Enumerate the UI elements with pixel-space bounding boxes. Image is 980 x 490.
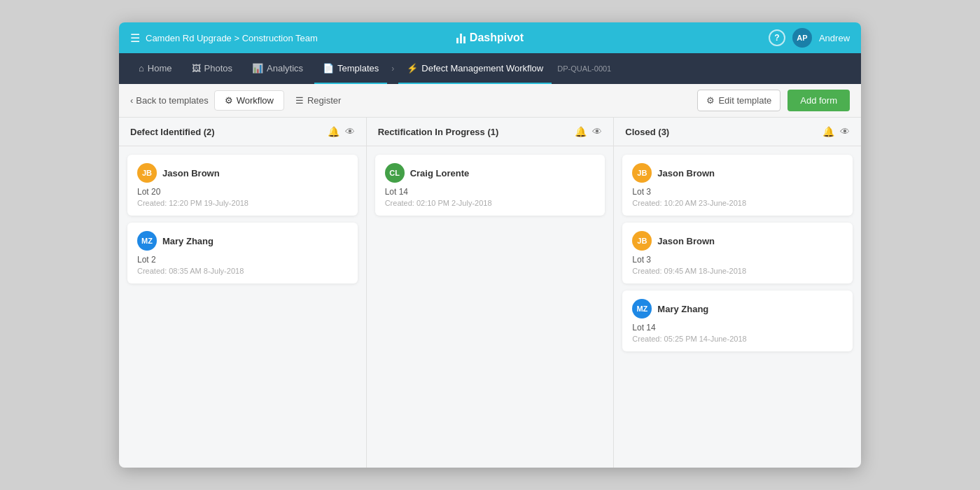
- bell-icon[interactable]: 🔔: [822, 126, 834, 137]
- card-date: Created: 09:45 AM 18-June-2018: [632, 267, 843, 275]
- avatar: CL: [385, 163, 405, 183]
- nav-item-analytics[interactable]: 📊 Analytics: [244, 53, 312, 84]
- back-arrow-icon: ‹: [130, 95, 133, 106]
- top-bar-right: ? AP Andrew: [610, 28, 850, 48]
- nav-item-templates[interactable]: 📄 Templates: [314, 53, 387, 84]
- card-lot: Lot 3: [632, 255, 843, 265]
- workflow-icon: ⚡: [407, 63, 418, 74]
- kanban-board: Defect Identified (2)🔔👁JBJason BrownLot …: [119, 118, 861, 468]
- toolbar: ‹ Back to templates ⚙ Workflow ☰ Registe…: [119, 84, 861, 118]
- card-card-2[interactable]: MZMary ZhangLot 2Created: 08:35 AM 8-Jul…: [127, 223, 358, 284]
- column-cards-defect-identified: JBJason BrownLot 20Created: 12:20 PM 19-…: [119, 146, 366, 292]
- nav-bar: ⌂ Home 🖼 Photos 📊 Analytics 📄 Templates …: [119, 53, 861, 84]
- column-title-rectification-in-progress: Rectification In Progress (1): [378, 127, 499, 137]
- card-card-4[interactable]: JBJason BrownLot 3Created: 10:20 AM 23-J…: [622, 155, 853, 216]
- card-header-card-6: MZMary Zhang: [632, 299, 843, 318]
- user-avatar[interactable]: AP: [792, 28, 812, 48]
- app-title: Dashpivot: [470, 31, 524, 44]
- toolbar-left: ‹ Back to templates ⚙ Workflow ☰ Registe…: [130, 90, 351, 111]
- add-form-button[interactable]: Add form: [788, 90, 850, 111]
- card-lot: Lot 3: [632, 187, 843, 197]
- card-card-5[interactable]: JBJason BrownLot 3Created: 09:45 AM 18-J…: [622, 223, 853, 284]
- card-header-card-4: JBJason Brown: [632, 163, 843, 183]
- avatar: MZ: [137, 231, 157, 251]
- card-name: Mary Zhang: [657, 304, 708, 314]
- edit-template-button[interactable]: ⚙ Edit template: [697, 90, 780, 111]
- column-cards-closed: JBJason BrownLot 3Created: 10:20 AM 23-J…: [614, 146, 861, 360]
- workflow-tab-label: Workflow: [237, 95, 274, 106]
- user-name[interactable]: Andrew: [819, 33, 850, 43]
- eye-icon[interactable]: 👁: [840, 126, 850, 137]
- card-date: Created: 12:20 PM 19-July-2018: [137, 199, 348, 207]
- nav-separator: ›: [391, 64, 394, 74]
- column-header-closed: Closed (3)🔔👁: [614, 118, 861, 146]
- card-header-card-2: MZMary Zhang: [137, 231, 348, 251]
- tab-register[interactable]: ☰ Register: [286, 90, 351, 111]
- card-name: Mary Zhang: [162, 236, 214, 246]
- workflow-tab-icon: ⚙: [225, 95, 233, 106]
- register-tab-label: Register: [307, 95, 341, 106]
- card-header-card-5: JBJason Brown: [632, 231, 843, 251]
- register-tab-icon: ☰: [295, 95, 304, 106]
- nav-home-label: Home: [148, 63, 172, 74]
- card-card-6[interactable]: MZMary ZhangLot 14Created: 05:25 PM 14-J…: [622, 290, 853, 351]
- card-name: Jason Brown: [657, 236, 715, 246]
- toolbar-right: ⚙ Edit template Add form: [697, 90, 850, 111]
- column-icons-rectification-in-progress: 🔔👁: [575, 126, 602, 137]
- card-lot: Lot 14: [385, 187, 596, 197]
- edit-template-label: Edit template: [718, 95, 771, 106]
- back-link-label: Back to templates: [136, 95, 208, 106]
- bell-icon[interactable]: 🔔: [575, 126, 587, 137]
- card-date: Created: 02:10 PM 2-July-2018: [385, 199, 596, 207]
- dashpivot-logo-icon: [456, 32, 465, 43]
- card-header-card-1: JBJason Brown: [137, 163, 348, 183]
- nav-badge: DP-QUAL-0001: [557, 64, 611, 73]
- column-title-defect-identified: Defect Identified (2): [130, 127, 215, 137]
- nav-item-workflow[interactable]: ⚡ Defect Management Workflow: [398, 53, 552, 84]
- nav-templates-label: Templates: [337, 63, 379, 74]
- nav-workflow-label: Defect Management Workflow: [421, 63, 543, 74]
- nav-photos-label: Photos: [204, 63, 232, 74]
- kanban-column-defect-identified: Defect Identified (2)🔔👁JBJason BrownLot …: [119, 118, 367, 468]
- top-bar: ☰ Camden Rd Upgrade > Construction Team …: [119, 22, 861, 53]
- column-header-rectification-in-progress: Rectification In Progress (1)🔔👁: [367, 118, 614, 146]
- avatar: MZ: [632, 299, 652, 318]
- nav-item-home[interactable]: ⌂ Home: [130, 53, 181, 84]
- avatar: JB: [632, 163, 652, 183]
- browser-window: ☰ Camden Rd Upgrade > Construction Team …: [119, 22, 861, 468]
- help-button[interactable]: ?: [769, 29, 785, 46]
- home-icon: ⌂: [139, 63, 144, 74]
- top-bar-center: Dashpivot: [370, 31, 610, 44]
- card-lot: Lot 14: [632, 323, 843, 332]
- card-lot: Lot 20: [137, 187, 348, 197]
- card-card-3[interactable]: CLCraig LorenteLot 14Created: 02:10 PM 2…: [375, 155, 606, 216]
- eye-icon[interactable]: 👁: [592, 126, 602, 137]
- card-date: Created: 05:25 PM 14-June-2018: [632, 335, 843, 343]
- breadcrumb-text: Camden Rd Upgrade > Construction Team: [146, 33, 318, 43]
- back-to-templates-link[interactable]: ‹ Back to templates: [130, 95, 209, 106]
- bell-icon[interactable]: 🔔: [328, 126, 340, 137]
- card-name: Jason Brown: [657, 168, 715, 178]
- avatar: JB: [137, 163, 157, 183]
- nav-analytics-label: Analytics: [267, 63, 303, 74]
- templates-icon: 📄: [323, 63, 334, 74]
- photos-icon: 🖼: [192, 63, 201, 74]
- eye-icon[interactable]: 👁: [345, 126, 355, 137]
- top-bar-left: ☰ Camden Rd Upgrade > Construction Team: [130, 31, 370, 45]
- kanban-column-closed: Closed (3)🔔👁JBJason BrownLot 3Created: 1…: [614, 118, 861, 468]
- kanban-column-rectification-in-progress: Rectification In Progress (1)🔔👁CLCraig L…: [367, 118, 615, 468]
- tab-workflow[interactable]: ⚙ Workflow: [214, 90, 284, 111]
- card-name: Craig Lorente: [410, 168, 470, 178]
- avatar: JB: [632, 231, 652, 251]
- card-lot: Lot 2: [137, 255, 348, 265]
- hamburger-icon[interactable]: ☰: [130, 31, 140, 45]
- card-card-1[interactable]: JBJason BrownLot 20Created: 12:20 PM 19-…: [127, 155, 358, 216]
- column-header-defect-identified: Defect Identified (2)🔔👁: [119, 118, 366, 146]
- card-date: Created: 10:20 AM 23-June-2018: [632, 199, 843, 207]
- card-name: Jason Brown: [162, 168, 220, 178]
- column-icons-defect-identified: 🔔👁: [328, 126, 355, 137]
- gear-icon: ⚙: [706, 95, 715, 106]
- toolbar-tabs: ⚙ Workflow ☰ Register: [214, 90, 351, 111]
- nav-item-photos[interactable]: 🖼 Photos: [183, 53, 241, 84]
- column-cards-rectification-in-progress: CLCraig LorenteLot 14Created: 02:10 PM 2…: [367, 146, 614, 224]
